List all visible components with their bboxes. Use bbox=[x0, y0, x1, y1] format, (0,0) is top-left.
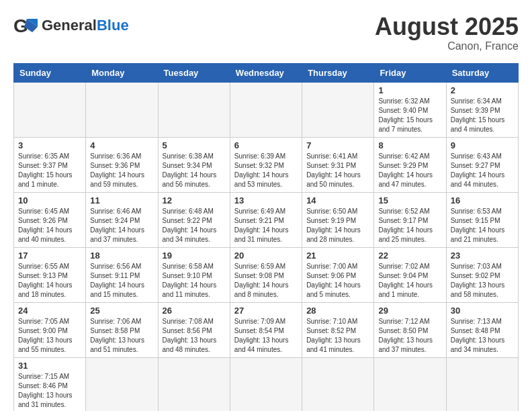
title-block: August 2025 Canon, France bbox=[375, 13, 519, 52]
table-row: 25Sunrise: 7:06 AM Sunset: 8:58 PM Dayli… bbox=[86, 302, 158, 357]
day-number: 12 bbox=[163, 195, 226, 205]
table-row: 31Sunrise: 7:15 AM Sunset: 8:46 PM Dayli… bbox=[14, 357, 86, 411]
table-row: 3Sunrise: 6:35 AM Sunset: 9:37 PM Daylig… bbox=[14, 137, 86, 192]
day-info: Sunrise: 6:34 AM Sunset: 9:39 PM Dayligh… bbox=[451, 97, 514, 134]
day-number: 3 bbox=[18, 140, 81, 150]
calendar: Sunday Monday Tuesday Wednesday Thursday… bbox=[13, 63, 519, 411]
table-row: 11Sunrise: 6:46 AM Sunset: 9:24 PM Dayli… bbox=[86, 192, 158, 247]
day-info: Sunrise: 6:52 AM Sunset: 9:17 PM Dayligh… bbox=[378, 207, 441, 244]
table-row: 7Sunrise: 6:41 AM Sunset: 9:31 PM Daylig… bbox=[302, 137, 374, 192]
table-row: 26Sunrise: 7:08 AM Sunset: 8:56 PM Dayli… bbox=[158, 302, 230, 357]
col-monday: Monday bbox=[86, 63, 158, 82]
table-row bbox=[158, 357, 230, 411]
day-info: Sunrise: 6:56 AM Sunset: 9:11 PM Dayligh… bbox=[90, 262, 153, 300]
day-info: Sunrise: 7:08 AM Sunset: 8:56 PM Dayligh… bbox=[163, 317, 226, 355]
table-row: 2Sunrise: 6:34 AM Sunset: 9:39 PM Daylig… bbox=[446, 82, 518, 137]
table-row bbox=[230, 357, 302, 411]
table-row bbox=[158, 82, 230, 137]
day-info: Sunrise: 7:02 AM Sunset: 9:04 PM Dayligh… bbox=[378, 262, 441, 300]
table-row: 23Sunrise: 7:03 AM Sunset: 9:02 PM Dayli… bbox=[446, 247, 518, 302]
col-tuesday: Tuesday bbox=[158, 63, 230, 82]
table-row: 18Sunrise: 6:56 AM Sunset: 9:11 PM Dayli… bbox=[86, 247, 158, 302]
day-info: Sunrise: 6:53 AM Sunset: 9:15 PM Dayligh… bbox=[451, 207, 514, 244]
logo-general: GeneralBlue bbox=[42, 17, 129, 34]
col-thursday: Thursday bbox=[302, 63, 374, 82]
day-info: Sunrise: 6:39 AM Sunset: 9:32 PM Dayligh… bbox=[234, 152, 298, 189]
day-number: 18 bbox=[90, 250, 153, 261]
day-info: Sunrise: 7:10 AM Sunset: 8:52 PM Dayligh… bbox=[306, 317, 369, 355]
table-row: 28Sunrise: 7:10 AM Sunset: 8:52 PM Dayli… bbox=[302, 302, 374, 357]
calendar-week-row: 3Sunrise: 6:35 AM Sunset: 9:37 PM Daylig… bbox=[14, 137, 519, 192]
table-row bbox=[14, 82, 86, 137]
day-number: 1 bbox=[378, 85, 441, 95]
day-number: 10 bbox=[18, 195, 81, 205]
day-number: 6 bbox=[234, 140, 298, 150]
day-number: 27 bbox=[234, 306, 298, 316]
day-info: Sunrise: 6:58 AM Sunset: 9:10 PM Dayligh… bbox=[163, 262, 226, 300]
day-info: Sunrise: 6:55 AM Sunset: 9:13 PM Dayligh… bbox=[18, 262, 81, 300]
day-info: Sunrise: 6:32 AM Sunset: 9:40 PM Dayligh… bbox=[378, 97, 441, 134]
calendar-header-row: Sunday Monday Tuesday Wednesday Thursday… bbox=[14, 63, 519, 82]
table-row bbox=[302, 82, 374, 137]
day-number: 9 bbox=[451, 140, 514, 150]
day-number: 29 bbox=[378, 306, 441, 316]
calendar-week-row: 10Sunrise: 6:45 AM Sunset: 9:26 PM Dayli… bbox=[14, 192, 519, 247]
table-row: 13Sunrise: 6:49 AM Sunset: 9:21 PM Dayli… bbox=[230, 192, 302, 247]
day-info: Sunrise: 7:03 AM Sunset: 9:02 PM Dayligh… bbox=[451, 262, 514, 300]
table-row bbox=[230, 82, 302, 137]
calendar-week-row: 31Sunrise: 7:15 AM Sunset: 8:46 PM Dayli… bbox=[14, 357, 519, 411]
day-number: 8 bbox=[378, 140, 441, 150]
day-info: Sunrise: 6:45 AM Sunset: 9:26 PM Dayligh… bbox=[18, 207, 81, 244]
calendar-week-row: 1Sunrise: 6:32 AM Sunset: 9:40 PM Daylig… bbox=[14, 82, 519, 137]
table-row: 24Sunrise: 7:05 AM Sunset: 9:00 PM Dayli… bbox=[14, 302, 86, 357]
day-info: Sunrise: 6:38 AM Sunset: 9:34 PM Dayligh… bbox=[163, 152, 226, 189]
day-number: 30 bbox=[451, 306, 514, 316]
day-info: Sunrise: 7:00 AM Sunset: 9:06 PM Dayligh… bbox=[306, 262, 369, 300]
day-number: 5 bbox=[163, 140, 226, 150]
table-row bbox=[86, 82, 158, 137]
day-number: 21 bbox=[306, 250, 369, 261]
page-header: G GeneralBlue August 2025 Canon, France bbox=[13, 13, 519, 52]
col-friday: Friday bbox=[374, 63, 446, 82]
table-row: 15Sunrise: 6:52 AM Sunset: 9:17 PM Dayli… bbox=[374, 192, 446, 247]
day-info: Sunrise: 7:05 AM Sunset: 9:00 PM Dayligh… bbox=[18, 317, 81, 355]
day-info: Sunrise: 7:06 AM Sunset: 8:58 PM Dayligh… bbox=[90, 317, 153, 355]
day-number: 20 bbox=[234, 250, 298, 261]
day-info: Sunrise: 6:35 AM Sunset: 9:37 PM Dayligh… bbox=[18, 152, 81, 189]
table-row: 27Sunrise: 7:09 AM Sunset: 8:54 PM Dayli… bbox=[230, 302, 302, 357]
day-info: Sunrise: 6:41 AM Sunset: 9:31 PM Dayligh… bbox=[306, 152, 369, 189]
day-number: 24 bbox=[18, 306, 81, 316]
day-number: 22 bbox=[378, 250, 441, 261]
day-number: 25 bbox=[90, 306, 153, 316]
day-number: 15 bbox=[378, 195, 441, 205]
table-row: 14Sunrise: 6:50 AM Sunset: 9:19 PM Dayli… bbox=[302, 192, 374, 247]
table-row: 10Sunrise: 6:45 AM Sunset: 9:26 PM Dayli… bbox=[14, 192, 86, 247]
day-number: 26 bbox=[163, 306, 226, 316]
day-number: 17 bbox=[18, 250, 81, 261]
table-row: 22Sunrise: 7:02 AM Sunset: 9:04 PM Dayli… bbox=[374, 247, 446, 302]
day-number: 2 bbox=[451, 85, 514, 95]
day-number: 14 bbox=[306, 195, 369, 205]
day-number: 16 bbox=[451, 195, 514, 205]
day-info: Sunrise: 6:36 AM Sunset: 9:36 PM Dayligh… bbox=[90, 152, 153, 189]
day-info: Sunrise: 7:09 AM Sunset: 8:54 PM Dayligh… bbox=[234, 317, 298, 355]
col-saturday: Saturday bbox=[446, 63, 518, 82]
table-row: 8Sunrise: 6:42 AM Sunset: 9:29 PM Daylig… bbox=[374, 137, 446, 192]
table-row bbox=[86, 357, 158, 411]
logo: G GeneralBlue bbox=[13, 13, 129, 38]
table-row: 30Sunrise: 7:13 AM Sunset: 8:48 PM Dayli… bbox=[446, 302, 518, 357]
day-number: 28 bbox=[306, 306, 369, 316]
day-info: Sunrise: 6:46 AM Sunset: 9:24 PM Dayligh… bbox=[90, 207, 153, 244]
table-row: 5Sunrise: 6:38 AM Sunset: 9:34 PM Daylig… bbox=[158, 137, 230, 192]
day-number: 4 bbox=[90, 140, 153, 150]
table-row: 20Sunrise: 6:59 AM Sunset: 9:08 PM Dayli… bbox=[230, 247, 302, 302]
table-row: 1Sunrise: 6:32 AM Sunset: 9:40 PM Daylig… bbox=[374, 82, 446, 137]
day-info: Sunrise: 6:48 AM Sunset: 9:22 PM Dayligh… bbox=[163, 207, 226, 244]
day-number: 23 bbox=[451, 250, 514, 261]
day-info: Sunrise: 6:42 AM Sunset: 9:29 PM Dayligh… bbox=[378, 152, 441, 189]
logo-icon: G bbox=[13, 13, 38, 38]
day-number: 11 bbox=[90, 195, 153, 205]
table-row: 19Sunrise: 6:58 AM Sunset: 9:10 PM Dayli… bbox=[158, 247, 230, 302]
table-row bbox=[446, 357, 518, 411]
month-title: August 2025 bbox=[375, 13, 519, 40]
